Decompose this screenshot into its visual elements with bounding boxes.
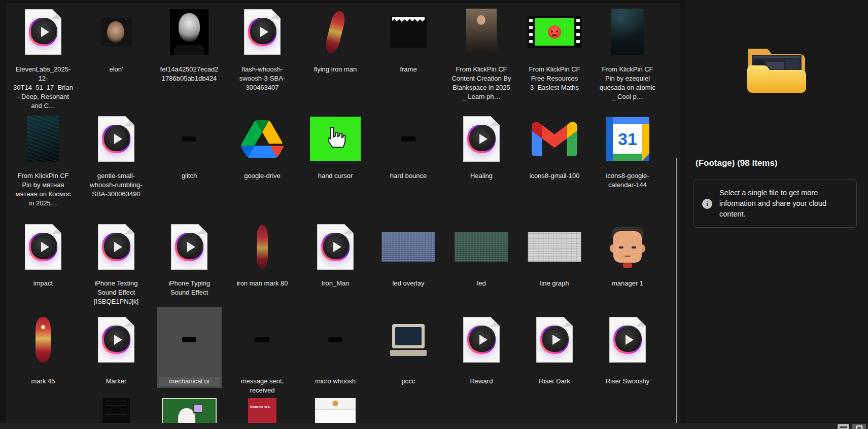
media-grid-area: ElevenLabs_2025-12-30T14_51_17_Brian - D… — [6, 3, 680, 429]
grid-item[interactable]: glitch — [153, 111, 226, 210]
grid-item[interactable]: Riser Swooshy — [591, 307, 664, 397]
grid-item-label: led overlay — [378, 279, 439, 288]
thumbnail-zone — [522, 111, 587, 167]
audio-file-icon — [98, 224, 134, 270]
grid-item[interactable]: mechanical ui — [153, 307, 226, 397]
grid-item[interactable]: flying iron man — [299, 3, 372, 113]
grid-item-label: Riser Swooshy — [597, 377, 658, 386]
grid-item[interactable]: impact — [7, 219, 80, 308]
grid-item[interactable]: hand cursor — [299, 111, 372, 210]
thumbnail-zone — [595, 219, 660, 275]
grid-item[interactable]: micro whoosh — [299, 307, 372, 397]
grid-item[interactable]: iPhone Texting Sound Effect [ISBQE1PNJjk… — [80, 219, 153, 308]
grid-item[interactable]: From KlickPin CF Pin by ezequiel quesada… — [591, 3, 664, 113]
grid-item[interactable]: led overlay — [372, 219, 445, 308]
grid-item[interactable]: message sent, received — [226, 307, 299, 397]
photo-face-small-thumbnail — [100, 18, 132, 46]
grid-item[interactable]: led — [445, 219, 518, 308]
thumbnail-zone — [595, 3, 660, 61]
grid-item[interactable]: Marker — [80, 307, 153, 397]
grid-item[interactable]: Iron_Man — [299, 219, 372, 308]
video-filmstrip-dark-ui-icon — [328, 337, 342, 342]
grid-item[interactable]: From KlickPin CF Pin by мятная мятная on… — [7, 111, 80, 210]
folder-summary: (Footage) (98 items) — [696, 158, 778, 168]
grid-item-label: fef14a425027ecad21786b05ab1db424 — [159, 65, 220, 83]
thumbnail-zone — [230, 307, 295, 373]
thumbnail-zone — [522, 219, 587, 275]
thumbnail-zone — [595, 307, 660, 373]
google-drive-logo-thumbnail — [241, 120, 284, 158]
info-icon: i — [702, 199, 712, 209]
grid-item[interactable]: Riser Dark — [518, 307, 591, 397]
grid-item[interactable]: mark 45 — [7, 307, 80, 397]
grid-item[interactable]: fef14a425027ecad21786b05ab1db424 — [153, 3, 226, 113]
thumbnail-zone — [376, 307, 441, 373]
thumbnail-zone — [230, 219, 295, 275]
grid-item[interactable]: manager 1 — [591, 219, 664, 308]
grid-item-label: iPhone Typing Sound Effect — [159, 279, 220, 297]
grid-item[interactable]: hard bounce — [372, 111, 445, 210]
grid-item-label: led — [451, 279, 512, 288]
grid-item-label: hand cursor — [305, 171, 366, 181]
grid-item-label: impact — [13, 279, 74, 288]
list-view-icon[interactable] — [838, 424, 849, 429]
vertical-scrollbar[interactable] — [676, 158, 677, 429]
thumbnail-zone — [376, 111, 441, 167]
video-filmstrip-pink-ui-icon — [255, 337, 269, 342]
cartoon-manager-thumbnail — [605, 225, 650, 269]
info-box: i Select a single file to get more infor… — [693, 180, 857, 228]
video-filmstrip-dark-ui-icon — [182, 136, 196, 141]
thumbnail-zone — [11, 3, 76, 61]
grid-item-label: From KlickPin CF Pin by мятная мятная on… — [13, 171, 74, 208]
video-filmstrip-gray-ui-icon — [182, 337, 196, 342]
thumbnail-zone — [230, 3, 295, 61]
grid-item[interactable]: line graph — [518, 219, 591, 308]
grid-item[interactable]: iron man mark 80 — [226, 219, 299, 308]
info-message: Select a single file to get more informa… — [719, 188, 847, 220]
dark-scene-thumbnail — [611, 9, 644, 55]
iron-man-flying-thumbnail — [329, 10, 342, 54]
grid-item-label: mark 45 — [13, 377, 74, 386]
grid-item-label: Healing — [451, 171, 512, 181]
grid-item[interactable]: From KlickPin CF Content Creation By Bla… — [445, 3, 518, 113]
grid-item[interactable]: 31icons8-google-calendar-144 — [591, 111, 664, 210]
thumbnail-zone — [522, 3, 587, 61]
grid-row: ElevenLabs_2025-12-30T14_51_17_Brian - D… — [7, 3, 664, 113]
audio-file-icon — [25, 224, 61, 270]
grid-item-label: mechanical ui — [159, 377, 220, 386]
grid-item[interactable]: iPhone Typing Sound Effect — [153, 219, 226, 308]
thumbnail-zone — [522, 307, 587, 373]
grid-item[interactable]: From KlickPin CF Free Resources 3_Easies… — [518, 3, 591, 113]
grid-item[interactable]: flash-whoosh-swoosh-3-SBA-300463407 — [226, 3, 299, 113]
angry-emoji-icon — [548, 25, 561, 39]
texture-teal-thumbnail — [455, 232, 508, 262]
grid-item-label: From KlickPin CF Pin by ezequiel quesada… — [597, 65, 658, 101]
grid-item-label: iron man mark 80 — [232, 279, 293, 288]
grid-item[interactable]: Healing — [445, 111, 518, 210]
grid-item-label: micro whoosh — [305, 377, 366, 386]
grid-item[interactable]: elon' — [80, 3, 153, 113]
grid-item[interactable]: ElevenLabs_2025-12-30T14_51_17_Brian - D… — [7, 3, 80, 113]
gmail-logo-thumbnail — [532, 122, 577, 156]
grid-item[interactable]: icons8-gmail-100 — [518, 111, 591, 210]
grid-item-label: From KlickPin CF Content Creation By Bla… — [451, 65, 512, 101]
grid-item[interactable]: google-drive — [226, 111, 299, 210]
grid-item[interactable]: gentle-small-whoosh-rumbling-SBA-3000634… — [80, 111, 153, 210]
grid-item-label: Reward — [451, 377, 512, 386]
grid-item-label: pccc — [378, 377, 439, 386]
thumbnail-zone — [11, 219, 76, 275]
video-filmstrip-green-emoji-icon — [528, 16, 581, 48]
video-filmstrip-dark-ui-icon — [401, 136, 415, 141]
thumbnail-zone — [303, 219, 368, 275]
grid-item[interactable]: pccc — [372, 307, 445, 397]
thumbnail-zone — [157, 111, 222, 167]
view-toggle-group — [838, 424, 866, 429]
grid-view-icon[interactable] — [852, 424, 866, 429]
audio-file-icon — [536, 317, 573, 363]
grid-item-label: google-drive — [232, 171, 293, 181]
grid-item[interactable]: Reward — [445, 307, 518, 397]
grid-item-label: hard bounce — [378, 171, 439, 181]
grid-item-label: iPhone Texting Sound Effect [ISBQE1PNJjk… — [86, 279, 147, 306]
grid-item[interactable]: frame — [372, 3, 445, 113]
retro-computer-thumbnail — [387, 324, 430, 356]
